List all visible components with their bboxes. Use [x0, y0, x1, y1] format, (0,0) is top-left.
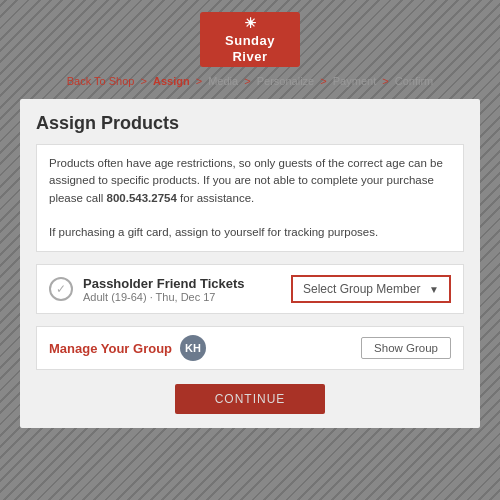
breadcrumb-sep3: >: [244, 75, 250, 87]
product-left: ✓ Passholder Friend Tickets Adult (19-64…: [49, 276, 245, 303]
info-line-4: If purchasing a gift card, assign to you…: [49, 224, 451, 241]
main-content: Assign Products Products often have age …: [20, 99, 480, 428]
breadcrumb-personalize: Personalize: [257, 75, 314, 87]
manage-group-left: Manage Your Group KH: [49, 335, 206, 361]
breadcrumb-media: Media: [208, 75, 238, 87]
breadcrumb-sep5: >: [382, 75, 388, 87]
continue-btn-wrap: CONTINUE: [36, 384, 464, 414]
select-group-member-select[interactable]: Select Group Member Guest 1 Guest 2: [303, 282, 421, 296]
chevron-down-icon: ▼: [429, 284, 439, 295]
phone-number: 800.543.2754: [107, 192, 177, 204]
manage-group-row: Manage Your Group KH Show Group: [36, 326, 464, 370]
breadcrumb-sep4: >: [320, 75, 326, 87]
logo-icon: ☀: [244, 15, 257, 31]
avatar: KH: [180, 335, 206, 361]
check-circle-icon: ✓: [49, 277, 73, 301]
show-group-button[interactable]: Show Group: [361, 337, 451, 359]
page-title: Assign Products: [36, 113, 464, 134]
product-name: Passholder Friend Tickets: [83, 276, 245, 291]
manage-group-label: Manage Your Group: [49, 341, 172, 356]
select-group-member-dropdown[interactable]: Select Group Member Guest 1 Guest 2 ▼: [291, 275, 451, 303]
avatar-initials: KH: [185, 342, 201, 354]
info-box: Products often have age restrictions, so…: [36, 144, 464, 252]
info-line-1: Products often have age restrictions, so…: [49, 155, 451, 207]
breadcrumb-sep2: >: [196, 75, 202, 87]
header: ☀ Sunday River: [0, 0, 500, 73]
product-info: Passholder Friend Tickets Adult (19-64) …: [83, 276, 245, 303]
breadcrumb-sep1: >: [140, 75, 146, 87]
breadcrumb-payment: Payment: [333, 75, 376, 87]
breadcrumb-confirm: Confirm: [395, 75, 434, 87]
breadcrumb-assign: Assign: [153, 75, 190, 87]
product-row: ✓ Passholder Friend Tickets Adult (19-64…: [36, 264, 464, 314]
product-sub: Adult (19-64) · Thu, Dec 17: [83, 291, 245, 303]
continue-button[interactable]: CONTINUE: [175, 384, 326, 414]
logo: ☀ Sunday River: [200, 12, 300, 67]
breadcrumb-back[interactable]: Back To Shop: [67, 75, 135, 87]
breadcrumb: Back To Shop > Assign > Media > Personal…: [0, 73, 500, 89]
logo-text: Sunday River: [210, 33, 290, 64]
